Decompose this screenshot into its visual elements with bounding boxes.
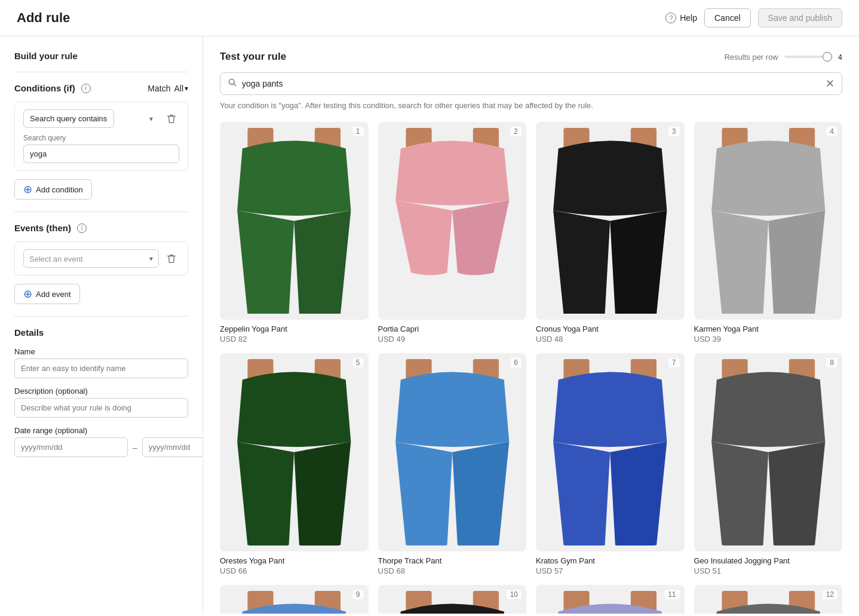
- product-card[interactable]: 4 Karmen Yoga PantUSD 39: [694, 122, 843, 344]
- results-per-row-row: Results per row 4: [724, 53, 842, 62]
- delete-condition-button[interactable]: [164, 111, 179, 127]
- add-event-button[interactable]: ⊕ Add event: [14, 284, 80, 304]
- condition-hint: Your condition is "yoga". After testing …: [220, 101, 842, 110]
- product-name: Kratos Gym Pant: [536, 556, 685, 565]
- date-to-input[interactable]: [142, 437, 203, 457]
- top-bar: Add rule ? Help Cancel Save and publish: [0, 0, 859, 36]
- condition-type-select[interactable]: Search query contains: [23, 109, 114, 128]
- help-button[interactable]: ? Help: [665, 13, 697, 23]
- event-box: Select an event: [14, 241, 188, 275]
- match-select[interactable]: All ▾: [174, 84, 188, 93]
- product-card[interactable]: 12 Charcoal Cropped PantUSD 47: [694, 585, 843, 614]
- search-clear-button[interactable]: ✕: [826, 78, 835, 89]
- product-card[interactable]: 8 Geo Insulated Jogging PantUSD 51: [694, 353, 843, 575]
- events-header: Events (then) i: [14, 223, 188, 233]
- products-grid: 1 Zeppelin Yoga PantUSD 822 Portia Capri…: [220, 122, 842, 614]
- search-input[interactable]: [242, 79, 821, 88]
- condition-value-input[interactable]: [23, 145, 179, 163]
- product-number: 2: [510, 127, 521, 136]
- match-value: All: [174, 84, 183, 93]
- product-number: 8: [826, 358, 837, 367]
- left-panel: Build your rule Conditions (if) i Match …: [0, 36, 203, 614]
- product-name: Cronus Yoga Pant: [536, 324, 685, 333]
- product-number: 11: [664, 590, 679, 599]
- name-input[interactable]: [14, 358, 188, 378]
- product-image-wrap: 3: [536, 122, 685, 320]
- product-image-wrap: 6: [378, 353, 527, 551]
- product-image-wrap: 2: [378, 122, 527, 320]
- product-price: USD 49: [378, 335, 527, 344]
- save-publish-button[interactable]: Save and publish: [758, 8, 842, 27]
- date-range-row: –: [14, 437, 188, 457]
- match-area: Match All ▾: [148, 84, 188, 93]
- product-card[interactable]: 10 Black Slim PantUSD 58: [378, 585, 527, 614]
- slider-thumb: [823, 52, 832, 62]
- results-slider[interactable]: [784, 56, 832, 58]
- delete-event-button[interactable]: [164, 251, 179, 266]
- product-number: 1: [352, 127, 364, 136]
- add-event-label: Add event: [36, 290, 71, 299]
- product-name: Geo Insulated Jogging Pant: [694, 556, 843, 565]
- product-number: 5: [352, 358, 364, 367]
- condition-box: Search query contains Search query: [14, 102, 188, 171]
- product-name: Orestes Yoga Pant: [220, 556, 369, 565]
- product-price: USD 39: [694, 335, 843, 344]
- event-select-wrap: Select an event: [23, 249, 159, 268]
- condition-type-wrap: Search query contains: [23, 109, 159, 128]
- top-bar-right: ? Help Cancel Save and publish: [665, 8, 842, 27]
- match-label: Match: [148, 84, 170, 93]
- description-input[interactable]: [14, 398, 188, 418]
- search-icon: [228, 78, 237, 90]
- product-number: 4: [826, 127, 837, 136]
- product-image-wrap: 7: [536, 353, 685, 551]
- product-number: 12: [823, 590, 837, 599]
- condition-row: Search query contains: [23, 109, 179, 128]
- top-bar-left: Add rule: [17, 10, 70, 26]
- help-label: Help: [680, 13, 697, 23]
- right-panel: Test your rule Results per row 4 ✕ Your …: [203, 36, 859, 614]
- events-info-icon[interactable]: i: [77, 223, 87, 233]
- help-icon: ?: [665, 13, 676, 23]
- product-number: 6: [510, 358, 521, 367]
- svg-point-1: [229, 79, 234, 84]
- cancel-button[interactable]: Cancel: [704, 8, 751, 27]
- product-name: Thorpe Track Pant: [378, 556, 527, 565]
- trash-icon-event: [166, 253, 177, 264]
- product-card[interactable]: 1 Zeppelin Yoga PantUSD 82: [220, 122, 369, 344]
- product-name: Portia Capri: [378, 324, 527, 333]
- product-card[interactable]: 2 Portia CapriUSD 49: [378, 122, 527, 344]
- product-card[interactable]: 3 Cronus Yoga PantUSD 48: [536, 122, 685, 344]
- test-rule-title: Test your rule: [220, 51, 286, 63]
- product-price: USD 68: [378, 566, 527, 575]
- product-card[interactable]: 6 Thorpe Track PantUSD 68: [378, 353, 527, 575]
- date-dash: –: [133, 443, 137, 452]
- date-range-label: Date range (optional): [14, 426, 188, 435]
- product-image-wrap: 4: [694, 122, 843, 320]
- details-section: Details Name Description (optional) Date…: [14, 327, 188, 457]
- build-rule-title: Build your rule: [14, 51, 188, 61]
- add-condition-button[interactable]: ⊕ Add condition: [14, 179, 92, 200]
- date-from-input[interactable]: [14, 437, 128, 457]
- product-price: USD 66: [220, 566, 369, 575]
- condition-sublabel: Search query: [23, 134, 179, 142]
- product-card[interactable]: 9 Blue Jogger PantUSD 44: [220, 585, 369, 614]
- product-name: Karmen Yoga Pant: [694, 324, 843, 333]
- product-card[interactable]: 5 Orestes Yoga PantUSD 66: [220, 353, 369, 575]
- product-card[interactable]: 11 Lavender Yoga PantUSD 62: [536, 585, 685, 614]
- main-layout: Build your rule Conditions (if) i Match …: [0, 36, 859, 614]
- conditions-info-icon[interactable]: i: [81, 84, 91, 93]
- event-type-select[interactable]: [23, 249, 159, 268]
- results-count: 4: [838, 53, 842, 62]
- product-price: USD 57: [536, 566, 685, 575]
- product-price: USD 51: [694, 566, 843, 575]
- product-image-wrap: 1: [220, 122, 369, 320]
- event-row: Select an event: [23, 249, 179, 268]
- product-card[interactable]: 7 Kratos Gym PantUSD 57: [536, 353, 685, 575]
- name-label: Name: [14, 347, 188, 356]
- events-label: Events (then): [14, 223, 71, 233]
- product-price: USD 48: [536, 335, 685, 344]
- details-title: Details: [14, 327, 188, 338]
- search-bar: ✕: [220, 72, 842, 95]
- conditions-header: Conditions (if) i Match All ▾: [14, 83, 188, 93]
- product-image-wrap: 12: [694, 585, 843, 614]
